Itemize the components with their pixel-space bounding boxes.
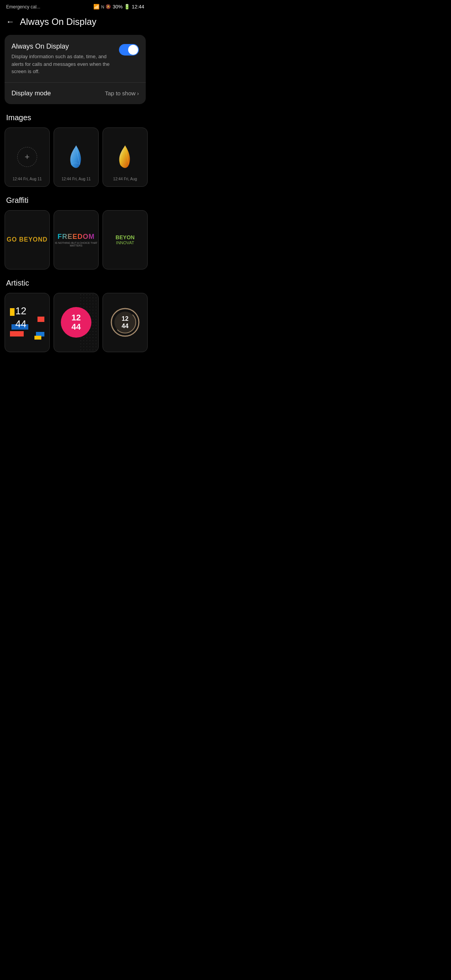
aod-main-card: Always On Display Display information su…: [5, 35, 146, 104]
add-card-time: 12:44 Fri, Aug 11: [5, 177, 49, 181]
toggle-knob: [128, 45, 138, 55]
page-title: Always On Display: [20, 16, 96, 27]
clock-blocks-hour: 12: [15, 306, 26, 316]
status-left: Emergency cal...: [6, 4, 40, 10]
battery-icon: 🔋: [124, 4, 130, 10]
feather-blue-card[interactable]: 12:44 Fri, Aug 11: [54, 127, 99, 187]
battery-text: 30%: [112, 4, 122, 10]
feather-blue-time: 12:44 Fri, Aug 11: [54, 177, 98, 181]
block-red-sm: [37, 317, 44, 322]
add-circle-icon: +: [17, 147, 37, 167]
clock-ring-card[interactable]: 12 44: [103, 293, 148, 352]
freedom-content: FREEDOM IS NOTHING BUT A CHOICE THAT MAT…: [54, 233, 98, 247]
clock-display: 12:44: [132, 4, 144, 10]
status-right: 📶 N 🔕 30% 🔋 12:44: [93, 4, 144, 10]
clock-blocks-minute: 44: [15, 319, 26, 329]
clock-blocks-container: 12 44: [10, 305, 44, 340]
clock-blocks-card[interactable]: 12 44: [5, 293, 50, 352]
nfc-icon: N: [101, 5, 104, 9]
tap-to-show[interactable]: Tap to show ›: [105, 90, 139, 96]
bottom-spacer: [0, 361, 150, 364]
beyond-line1: BEYON: [116, 234, 135, 240]
toggle-wrapper[interactable]: [119, 44, 139, 56]
ring-hour: 12: [122, 315, 129, 322]
block-yellow: [10, 308, 15, 316]
mute-icon: 🔕: [106, 4, 111, 9]
freedom-card[interactable]: FREEDOM IS NOTHING BUT A CHOICE THAT MAT…: [54, 210, 99, 270]
feather-gold-time: 12:44 Fri, Aug: [103, 177, 147, 181]
go-beyond-text: GO BEYOND: [7, 236, 48, 243]
ring-container: 12 44: [110, 307, 140, 338]
beyond-innovat-card[interactable]: BEYON INNOVAT: [103, 210, 148, 270]
block-red-bottom: [10, 331, 24, 336]
go-beyond-card[interactable]: GO BEYOND: [5, 210, 50, 270]
chevron-right-icon: ›: [137, 90, 139, 96]
ring-minute: 44: [122, 322, 129, 330]
circle-hour: 12: [72, 313, 81, 322]
block-yellow-btm: [34, 336, 41, 340]
artistic-cards-row: 12 44 12 44: [0, 293, 150, 361]
pink-circle-time: 12 44: [72, 313, 81, 332]
add-card-content: +: [17, 147, 37, 167]
feather-gold-icon: [116, 144, 135, 170]
aod-card-description: Display information such as date, time, …: [11, 53, 114, 75]
circle-minute: 44: [72, 322, 81, 332]
images-section-title: Images: [0, 113, 150, 127]
graffiti-cards-row: GO BEYOND FREEDOM IS NOTHING BUT A CHOIC…: [0, 210, 150, 279]
aod-card-title: Always On Display: [11, 42, 114, 51]
feather-gold-card[interactable]: 12:44 Fri, Aug: [103, 127, 148, 187]
artistic-section-title: Artistic: [0, 279, 150, 293]
graffiti-section-title: Graffiti: [0, 196, 150, 210]
display-mode-label: Display mode: [11, 90, 51, 97]
back-button[interactable]: ←: [6, 17, 15, 27]
beyond-innovat-content: BEYON INNOVAT: [112, 231, 138, 248]
clock-circle-card[interactable]: 12 44: [54, 293, 99, 352]
aod-toggle[interactable]: [119, 44, 139, 56]
pink-circle: 12 44: [61, 307, 91, 338]
aod-card-text: Always On Display Display information su…: [11, 42, 114, 75]
add-image-card[interactable]: + 12:44 Fri, Aug 11: [5, 127, 50, 187]
wifi-icon: 📶: [93, 4, 99, 10]
tap-to-show-text: Tap to show: [105, 90, 135, 96]
beyond-line2: INNOVAT: [116, 240, 135, 245]
aod-card-top: Always On Display Display information su…: [11, 42, 139, 82]
ring-time: 12 44: [122, 315, 129, 330]
freedom-sub-text: IS NOTHING BUT A CHOICE THAT MATTERS: [54, 242, 98, 247]
freedom-main-text: FREEDOM: [58, 233, 95, 241]
feather-blue-icon: [67, 144, 86, 170]
display-mode-row[interactable]: Display mode Tap to show ›: [11, 83, 139, 104]
status-bar: Emergency cal... 📶 N 🔕 30% 🔋 12:44: [0, 0, 150, 12]
clock-ring-container: 12 44: [110, 307, 140, 338]
images-cards-row: + 12:44 Fri, Aug 11 12:44 Fri, Aug 11: [0, 127, 150, 196]
page-header: ← Always On Display: [0, 12, 150, 35]
clock-circle-container: 12 44: [61, 307, 91, 338]
